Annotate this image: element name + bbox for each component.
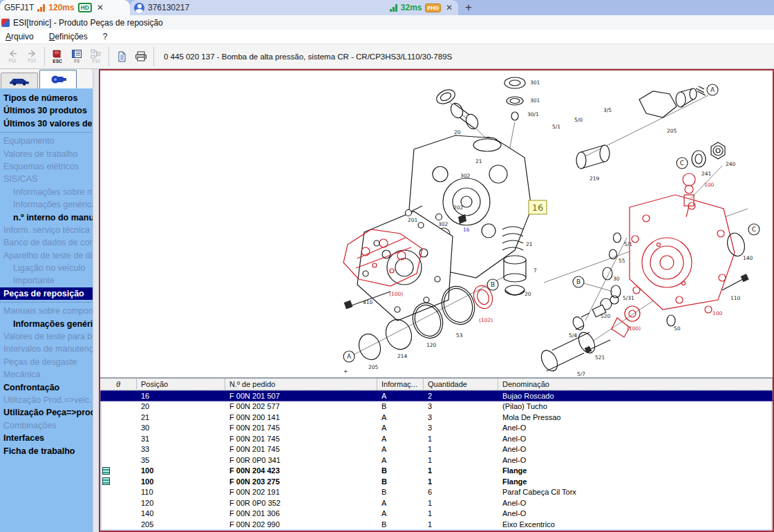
part-callout: 302: [460, 173, 471, 179]
table-cell: 1: [424, 444, 498, 455]
hd-badge: HD: [78, 3, 92, 12]
part-callout: (100): [627, 325, 641, 332]
menu-help[interactable]: ?: [103, 32, 108, 41]
part-callout: 53: [456, 332, 463, 339]
part-callout: (100): [389, 291, 403, 297]
browser-tab-2[interactable]: 376130217 32ms FHD ✕: [130, 0, 458, 15]
table-cell: Anel-O: [498, 433, 773, 444]
svg-text:B: B: [491, 281, 495, 288]
sidebar-item[interactable]: Utilização Peça=>prod.: [0, 406, 93, 419]
table-row[interactable]: 205F 00N 202 990B1Eixo Excentrico: [100, 519, 773, 530]
new-tab-button[interactable]: +: [458, 0, 479, 15]
part-callout: 5/1: [624, 241, 632, 247]
workspace: Tipos de númerosÚltimos 30 produtosÚltim…: [0, 69, 774, 532]
sidebar-item[interactable]: Últimos 30 valores de tes...: [0, 117, 93, 130]
sidebar-item[interactable]: n.º interno do manual: [0, 211, 93, 224]
table-row[interactable]: 20F 00N 202 577B3(Pilao) Tucho: [100, 401, 773, 412]
menu-arquivo[interactable]: Arquivo: [6, 32, 34, 41]
table-cell: (Pilao) Tucho: [498, 401, 773, 412]
part-callout: 205: [368, 364, 379, 370]
column-header-posicao[interactable]: Posição: [137, 379, 225, 390]
table-cell: 110: [137, 487, 225, 498]
forward-button: F12: [22, 46, 41, 68]
flag-cell: [100, 519, 137, 530]
part-callout: 5/31: [623, 295, 634, 301]
latency-bars-icon: [37, 4, 45, 12]
latency-bars-icon: [390, 4, 397, 12]
sidebar-item[interactable]: Interfaces: [0, 432, 93, 444]
table-cell: B: [377, 476, 424, 487]
table-row[interactable]: 100F 00N 204 423B1Flange: [100, 466, 773, 477]
document-button[interactable]: [112, 46, 131, 68]
sidebar-item[interactable]: Peças de reposição: [0, 287, 93, 300]
table-cell: A: [377, 497, 424, 509]
part-callout: 50: [674, 325, 681, 332]
column-header-pedido[interactable]: N.º de pedido: [225, 379, 377, 390]
part-callout: +: [343, 368, 348, 374]
column-header-quantidade[interactable]: Quantidade: [424, 379, 498, 390]
esc-button[interactable]: ESC: [48, 46, 67, 68]
part-callout: 100: [704, 182, 715, 188]
tab2-latency: 32ms: [401, 3, 422, 12]
column-header-flag[interactable]: θ: [100, 379, 137, 390]
flag-cell: [100, 497, 137, 509]
browser-tab-1[interactable]: G5FJ1T 120ms HD ✕: [0, 0, 130, 15]
product-breadcrumb: 0 445 020 137 - Bomba de alta pressão, s…: [164, 53, 452, 61]
sidebar-item[interactable]: Ficha de trabalho: [0, 445, 93, 457]
table-cell: Bujao Roscado: [498, 390, 773, 401]
table-cell: 1: [424, 497, 498, 509]
table-row[interactable]: 100F 00N 203 275B1Flange: [100, 476, 773, 487]
sidebar-item[interactable]: Informações genéricas: [0, 318, 93, 330]
profile-icon: [134, 3, 144, 13]
table-cell: 33: [137, 444, 225, 455]
table-row[interactable]: 35F 00R 0P0 341A1Anel-O: [100, 455, 773, 466]
table-row[interactable]: 16F 00N 201 507A2Bujao Roscado: [100, 390, 773, 401]
table-cell: 1: [424, 476, 498, 487]
close-icon[interactable]: ✕: [444, 3, 454, 12]
table-cell: A: [377, 444, 424, 455]
sidebar-item[interactable]: Últimos 30 produtos: [0, 104, 93, 117]
print-button[interactable]: [131, 46, 151, 68]
table-cell: Anel-O: [498, 423, 773, 434]
table-cell: 100: [137, 476, 225, 487]
flag-cell: [100, 401, 137, 412]
menu-definicoes[interactable]: Definições: [49, 32, 88, 41]
column-header-denominacao[interactable]: Denominação: [498, 379, 773, 390]
flag-cell: [100, 412, 137, 423]
table-row[interactable]: 33F 00N 201 745A1Anel-O: [100, 444, 773, 455]
vehicle-tab[interactable]: [1, 73, 38, 88]
esitronic-window: G5FJ1T 120ms HD ✕ 376130217 32ms FHD ✕ +…: [0, 0, 774, 532]
table-row[interactable]: 31F 00N 201 745A1Anel-O: [100, 433, 773, 444]
sidebar-item: Esquemas elétricos: [0, 160, 93, 173]
table-row[interactable]: 120F 00R 0P0 352A1Anel-O: [100, 497, 773, 509]
toolbar-separator: [108, 47, 109, 66]
column-header-informacao[interactable]: Informaç...: [377, 379, 424, 390]
table-row[interactable]: 140F 00N 201 306A1Anel-O: [100, 509, 773, 520]
flag-cell: [100, 487, 137, 498]
table-cell: F 00N 201 306: [225, 509, 377, 520]
table-row[interactable]: 21F 00N 200 141A3Mola De Pressao: [100, 412, 773, 423]
sidebar-item: Utilização Prod.=>veic.: [0, 394, 93, 406]
highlighted-position-label[interactable]: 16: [529, 200, 547, 214]
f9-button[interactable]: F9: [67, 46, 86, 68]
flag-cell: [100, 476, 137, 487]
table-cell: F 00N 201 745: [225, 433, 377, 444]
document-icon: [117, 51, 127, 62]
sidebar-item[interactable]: Tipos de números: [0, 92, 93, 104]
table-cell: Mola De Pressao: [498, 412, 773, 423]
diagram-pane[interactable]: 30130130/120213022025/15/03/520521924024…: [100, 70, 773, 377]
sidebar-splitter[interactable]: [93, 69, 99, 532]
sidebar-item[interactable]: Confrontação: [0, 381, 93, 394]
part-callout: 100: [712, 310, 723, 316]
table-cell: 100: [137, 466, 225, 477]
parts-table-body: 16F 00N 201 507A2Bujao Roscado20F 00N 20…: [100, 390, 773, 531]
table-row[interactable]: 30F 00N 201 745A3Anel-O: [100, 423, 773, 434]
svg-text:C: C: [752, 226, 756, 233]
table-row[interactable]: 110F 00N 202 191B6Paraf Cabeça Cil Torx: [100, 487, 773, 498]
table-cell: F 00R 0P0 341: [225, 455, 377, 466]
sidebar-item: Valores de trabalho: [0, 148, 93, 160]
close-icon[interactable]: ✕: [95, 3, 105, 12]
tab1-title: G5FJ1T: [4, 3, 34, 12]
part-callout: 520: [601, 313, 611, 319]
component-tab[interactable]: [39, 70, 77, 88]
